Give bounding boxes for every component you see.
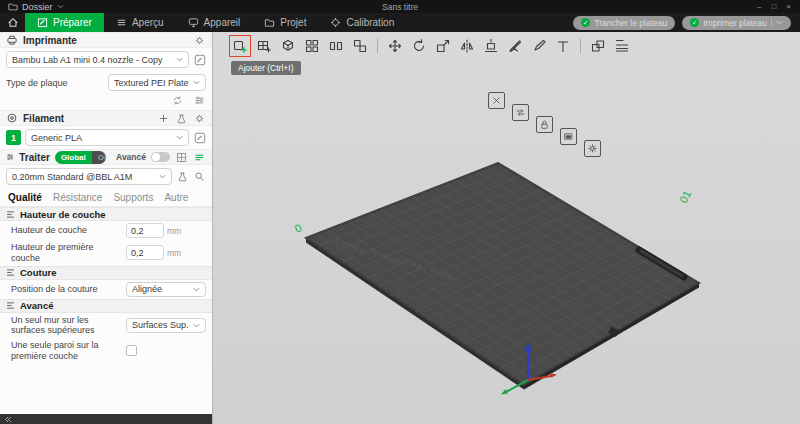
chevron-down-icon	[57, 4, 64, 9]
close-button[interactable]: ×	[786, 0, 791, 13]
maximize-button[interactable]: □	[771, 0, 776, 13]
param-row-top-one-wall: Un seul mur sur les surfaces supérieures…	[0, 313, 212, 339]
process-preset-select[interactable]: 0.20mm Standard @BBL A1M	[6, 168, 172, 185]
section-icon	[6, 210, 15, 219]
button-divider	[771, 18, 772, 27]
split-to-parts-button[interactable]	[351, 37, 369, 55]
first-layer-one-wall-checkbox[interactable]	[126, 345, 137, 356]
edit-filament-preset-icon[interactable]	[193, 131, 206, 144]
chevron-down-icon	[176, 135, 183, 140]
layer-height-input[interactable]: 0,2	[126, 223, 164, 238]
bambu-studio-window: Dossier Sans titre – □ × Préparer Aperçu…	[0, 0, 800, 424]
chevron-down-icon	[193, 323, 200, 328]
seam-position-select[interactable]: Alignée	[126, 282, 206, 297]
filament-select[interactable]: Generic PLA	[25, 129, 189, 146]
plate-settings-button[interactable]	[584, 140, 601, 157]
plate-type-value: Textured PEI Plate	[114, 78, 190, 88]
section-layer-height-title: Hauteur de couche	[20, 209, 106, 220]
edit-printer-preset-icon[interactable]	[193, 53, 206, 66]
filament-flask-icon[interactable]	[175, 112, 188, 125]
minimize-button[interactable]: –	[757, 0, 761, 13]
tab-supports[interactable]: Supports	[113, 192, 153, 203]
plate-settings-icon	[586, 142, 599, 155]
param-label: Un seul mur sur les surfaces supérieures	[11, 315, 122, 337]
process-scope-switch[interactable]: Global Objets	[55, 151, 106, 164]
slice-plate-button[interactable]: ✓ Trancher le plateau	[573, 16, 675, 30]
arrange-icon	[304, 38, 320, 54]
cut-tool-button[interactable]	[506, 37, 524, 55]
process-view-icon[interactable]	[193, 151, 206, 164]
printer-select[interactable]: Bambu Lab A1 mini 0.4 nozzle - Copy	[6, 51, 189, 68]
variable-layer-height-button[interactable]	[613, 37, 631, 55]
add-tooltip: Ajouter (Ctrl+I)	[231, 61, 301, 75]
add-object-button[interactable]	[231, 37, 249, 55]
split-to-parts-icon	[352, 38, 368, 54]
print-ready-check-icon: ✓	[690, 18, 699, 27]
build-plate[interactable]	[306, 163, 699, 385]
tab-other[interactable]: Autre	[164, 192, 188, 203]
sync-printer-icon[interactable]	[171, 94, 184, 107]
process-flask-icon[interactable]	[176, 170, 189, 183]
arrange-plate-button[interactable]	[512, 104, 529, 121]
print-plate-button[interactable]: ✓ Imprimer plateau	[682, 16, 791, 30]
lay-flat-icon	[483, 38, 499, 54]
top-one-wall-select[interactable]: Surfaces Sup.	[126, 318, 206, 333]
tab-calibration-label: Calibration	[346, 17, 394, 28]
plate-type-label: Type de plaque	[6, 78, 68, 88]
tab-project[interactable]: Projet	[252, 13, 318, 32]
tab-prepare[interactable]: Préparer	[25, 13, 104, 32]
tab-home[interactable]	[0, 13, 25, 32]
compare-presets-icon[interactable]	[175, 151, 188, 164]
delete-plate-button[interactable]	[488, 92, 505, 109]
file-menu-label: Dossier	[22, 2, 53, 12]
tab-device[interactable]: Appareil	[176, 13, 253, 32]
mirror-tool-button[interactable]	[458, 37, 476, 55]
tab-preview[interactable]: Aperçu	[104, 13, 176, 32]
file-menu-button[interactable]: Dossier	[0, 0, 72, 13]
filament-settings-gear-icon[interactable]	[193, 112, 206, 125]
first-layer-height-input[interactable]: 0,2	[126, 245, 164, 260]
build-plate-scene[interactable]: Bambu Textured PEI Plate 0 01	[213, 32, 800, 424]
viewport-toolbar	[231, 37, 631, 55]
tab-calibration[interactable]: Calibration	[318, 13, 406, 32]
tab-quality[interactable]: Qualité	[8, 192, 42, 203]
scale-tool-button[interactable]	[434, 37, 452, 55]
auto-orient-button[interactable]	[279, 37, 297, 55]
print-plate-label: Imprimer plateau	[703, 18, 767, 28]
scale-icon	[435, 38, 451, 54]
paint-tool-button[interactable]	[530, 37, 548, 55]
tab-strength[interactable]: Résistance	[53, 192, 102, 203]
viewport-3d[interactable]: Ajouter (Ctrl+I)	[213, 32, 800, 424]
plate-actions: ✓ Trancher le plateau ✓ Imprimer plateau	[573, 13, 800, 32]
calibration-icon	[330, 17, 341, 28]
scope-global[interactable]: Global	[55, 151, 92, 164]
split-to-objects-button[interactable]	[327, 37, 345, 55]
plate-image-button[interactable]	[560, 128, 577, 145]
param-row-layer-height: Hauteur de couche 0,2 mm	[0, 221, 212, 240]
chevron-down-icon[interactable]	[776, 20, 783, 25]
filament-section-title: Filament	[23, 113, 64, 124]
filament-slot-1[interactable]: 1	[6, 130, 21, 145]
advanced-toggle[interactable]	[151, 152, 170, 162]
add-plate-button[interactable]	[255, 37, 273, 55]
lock-plate-button[interactable]	[536, 116, 553, 133]
rotate-tool-button[interactable]	[410, 37, 428, 55]
scope-objects[interactable]: Objets	[92, 151, 106, 164]
search-params-icon[interactable]	[193, 170, 206, 183]
preview-icon	[116, 17, 127, 28]
plate-type-select[interactable]: Textured PEI Plate	[108, 74, 206, 91]
printer-parts-settings-icon[interactable]	[193, 94, 206, 107]
add-icon	[232, 38, 248, 54]
assembly-view-button[interactable]	[589, 37, 607, 55]
add-filament-icon[interactable]	[157, 112, 170, 125]
sidebar-collapse-bar[interactable]	[0, 414, 212, 424]
toolbar-separator	[580, 39, 581, 53]
move-tool-button[interactable]	[386, 37, 404, 55]
printer-settings-gear-icon[interactable]	[193, 34, 206, 47]
printer-icon	[6, 34, 18, 46]
filament-select-value: Generic PLA	[31, 133, 173, 143]
lay-flat-tool-button[interactable]	[482, 37, 500, 55]
arrange-button[interactable]	[303, 37, 321, 55]
titlebar: Dossier Sans titre – □ ×	[0, 0, 800, 13]
text-tool-button[interactable]	[554, 37, 572, 55]
